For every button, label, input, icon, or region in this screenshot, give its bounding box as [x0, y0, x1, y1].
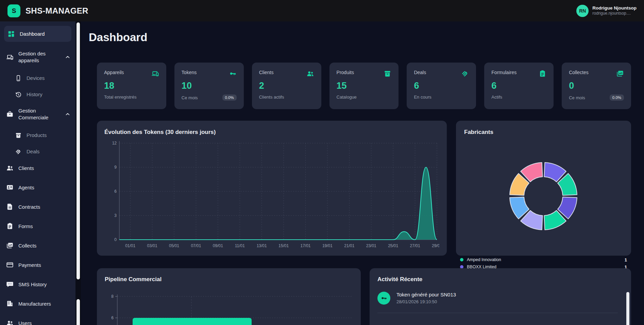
svg-text:3: 3	[114, 213, 117, 218]
charts-row: Évolution des Tokens (30 derniers jours)…	[97, 121, 631, 270]
stat-card-value: 6	[414, 81, 469, 91]
badge-icon	[6, 184, 14, 191]
sidebar-item-label: SMS History	[18, 281, 47, 287]
briefcase-icon	[6, 110, 14, 118]
sidebar-item-clients[interactable]: Clients	[0, 163, 75, 173]
svg-text:12: 12	[112, 141, 117, 146]
sidebar-item-deals[interactable]: Deals	[0, 147, 75, 156]
sidebar-item-label: Agents	[18, 185, 34, 190]
sidebar-item-label: Devices	[27, 75, 45, 81]
stat-card-label: Formulaires	[491, 70, 516, 75]
sidebar-item-contracts[interactable]: Contracts	[0, 202, 75, 212]
sidebar-item-users[interactable]: Users	[0, 318, 75, 325]
fabricants-panel: Fabricants	[456, 121, 631, 256]
stat-card-appareils: Appareils18Total enregistrés	[97, 63, 166, 109]
stat-card-label: Deals	[414, 70, 426, 75]
sidebar-item-sms-history[interactable]: SMS History	[0, 279, 75, 289]
handshake-icon	[15, 148, 22, 155]
svg-text:03/01: 03/01	[147, 243, 157, 248]
sidebar-item-label: Payments	[18, 262, 41, 268]
sidebar-item-collects[interactable]: Collects	[0, 240, 75, 251]
handshake-icon	[461, 70, 469, 78]
divider	[377, 313, 618, 313]
stat-card-badge: 0.0%	[610, 95, 624, 101]
scrollbar-segment[interactable]	[77, 299, 80, 325]
stat-card-value: 6	[491, 81, 546, 91]
sidebar-item-products[interactable]: Products	[0, 130, 75, 140]
sidebar-scrollbar-thumb[interactable]	[77, 22, 80, 279]
sidebar-item-label: Gestion des appareils	[18, 50, 54, 64]
user-email: rodrigue.njountsop....	[592, 11, 637, 16]
bottom-row: Pipeline Commercial 86 Activité Récente …	[97, 268, 631, 325]
stat-card-label: Produits	[337, 70, 354, 75]
collection-icon	[6, 242, 14, 249]
sidebar-item-label: Gestion Commerciale	[18, 107, 54, 121]
user-name: Rodrigue Njountsop	[592, 5, 637, 11]
stat-card-clients: Clients2Clients actifs	[252, 63, 321, 109]
pipeline-panel: Pipeline Commercial 86	[97, 268, 361, 325]
tokens-area-chart: 03691201/0103/0105/0107/0109/0111/0113/0…	[104, 138, 439, 251]
sidebar-item-payments[interactable]: Payments	[0, 260, 75, 270]
building-icon	[6, 300, 14, 307]
app-logo-icon: S	[7, 4, 20, 17]
stat-card-value: 10	[182, 81, 237, 91]
pipeline-bar[interactable]	[133, 318, 252, 325]
sidebar-item-history[interactable]: History	[0, 89, 75, 99]
pipeline-panel-title: Pipeline Commercial	[105, 276, 353, 283]
sidebar-item-dashboard[interactable]: Dashboard	[4, 26, 71, 42]
clipboard-icon	[539, 70, 546, 78]
stat-card-value: 15	[337, 81, 392, 91]
sidebar-item-label: Manufacturers	[18, 301, 51, 307]
sidebar-item-manufacturers[interactable]: Manufacturers	[0, 298, 75, 309]
sidebar-item-devices[interactable]: Devices	[0, 73, 75, 83]
tokens-panel: Évolution des Tokens (30 derniers jours)…	[97, 121, 447, 256]
activity-item-timestamp: 28/01/2026 19:10:50	[396, 299, 456, 304]
activity-item-title: Token généré pour SN013	[396, 292, 456, 297]
svg-text:25/01: 25/01	[388, 243, 398, 248]
svg-text:9: 9	[114, 165, 117, 170]
sidebar-item-agents[interactable]: Agents	[0, 182, 75, 192]
stat-card-collectes: Collectes0Ce mois0.0%	[562, 63, 631, 109]
sidebar: DashboardGestion des appareilsDevicesHis…	[0, 21, 75, 325]
stat-card-sublabel: Total enregistrés	[104, 95, 136, 100]
sidebar-item-label: Clients	[18, 165, 34, 171]
stat-card-value: 18	[104, 81, 159, 91]
stat-card-tokens: Tokens10Ce mois0.0%	[174, 63, 244, 109]
sidebar-nav: DashboardGestion des appareilsDevicesHis…	[0, 26, 75, 325]
svg-text:17/01: 17/01	[301, 243, 311, 248]
stat-card-sublabel: Clients actifs	[259, 95, 284, 100]
sidebar-item-forms[interactable]: Forms	[0, 221, 75, 231]
sidebar-scrollbar-track	[75, 21, 81, 325]
sidebar-item-label: Forms	[18, 223, 33, 229]
sidebar-item-label: Dashboard	[20, 31, 45, 37]
legend-label: Amped Innovation	[467, 257, 501, 262]
stat-card-deals: Deals6En cours	[407, 63, 476, 109]
user-chip[interactable]: RN Rodrigue Njountsop rodrigue.njountsop…	[576, 5, 637, 17]
chevron-up-icon[interactable]	[65, 54, 71, 60]
sidebar-item-label: Collects	[18, 243, 36, 249]
svg-text:27/01: 27/01	[410, 243, 420, 248]
box-icon	[15, 132, 22, 139]
svg-text:21/01: 21/01	[344, 243, 354, 248]
key-icon	[229, 70, 237, 78]
sidebar-nav-list: DashboardGestion des appareilsDevicesHis…	[0, 26, 75, 325]
stat-card-label: Collectes	[569, 70, 589, 75]
stat-card-value: 2	[259, 81, 314, 91]
sidebar-item-gestion-commerciale[interactable]: Gestion Commerciale	[0, 106, 75, 123]
activity-item: Token généré pour SN01328/01/2026 19:10:…	[377, 292, 623, 305]
devices-icon	[6, 53, 14, 61]
sidebar-item-label: Deals	[27, 149, 39, 154]
svg-text:09/01: 09/01	[213, 243, 223, 248]
avatar[interactable]: RN	[576, 5, 589, 17]
document-icon	[6, 203, 14, 210]
chat-icon	[6, 280, 14, 288]
stat-card-sublabel: Catalogue	[337, 95, 357, 100]
sidebar-item-label: Contracts	[18, 204, 40, 210]
chevron-up-icon[interactable]	[65, 111, 71, 117]
legend-row-amped-innovation[interactable]: Amped Innovation1	[456, 257, 631, 263]
activity-scrollbar-thumb[interactable]	[626, 292, 629, 325]
user-meta: Rodrigue Njountsop rodrigue.njountsop...…	[592, 5, 637, 16]
topbar: S SHS-MANAGER RN Rodrigue Njountsop rodr…	[0, 0, 644, 21]
sidebar-item-gestion-des-appareils[interactable]: Gestion des appareils	[0, 49, 75, 66]
users-icon	[6, 319, 14, 325]
